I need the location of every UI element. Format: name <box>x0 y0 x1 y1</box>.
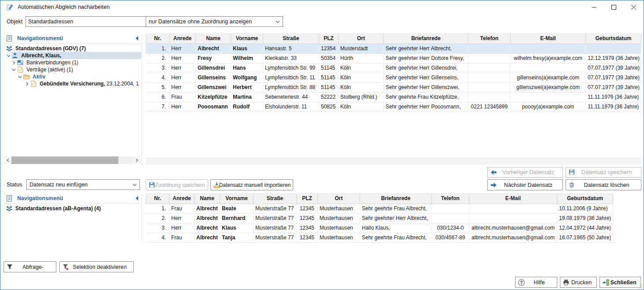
scroll-right-icon[interactable] <box>133 156 140 164</box>
table-cell: albrecht.musterhausen@gmail.com <box>469 233 557 242</box>
column-header[interactable]: Ort <box>339 34 384 44</box>
print-button[interactable]: Drucken <box>560 277 597 288</box>
column-header[interactable]: Geburtsdatum <box>557 194 613 204</box>
column-header[interactable]: Telefon <box>468 34 511 44</box>
column-header[interactable]: Vorname <box>231 34 263 44</box>
maximize-button[interactable] <box>604 0 624 14</box>
save-icon <box>148 181 156 189</box>
table-cell: Frau <box>169 233 195 242</box>
table-header-row: Nr.AnredeNameVornameStraßePLZOrtBriefanr… <box>146 33 641 44</box>
column-header[interactable]: Straße <box>263 34 319 44</box>
column-header[interactable]: Telefon <box>432 194 469 204</box>
table-row[interactable]: 1.HerrAlbrechtKlausHansastr. 512354Muste… <box>146 44 641 54</box>
table-cell: Köln <box>339 63 384 73</box>
help-icon: ? <box>518 279 525 286</box>
table-cell: 1. <box>146 44 169 53</box>
table-cell: Sehr geehrte Frau Kitzelpfütze, <box>384 93 468 102</box>
tree-item[interactable]: Standardadressen (aB-Agenta) (4) <box>4 205 141 212</box>
close-button[interactable] <box>624 0 644 14</box>
table-cell: Sehr geehrter Herr Gillenszwei, <box>384 83 468 92</box>
table-cell: Köln <box>339 102 384 112</box>
collapse-left-icon[interactable] <box>135 196 139 201</box>
table-cell: 12354 <box>319 44 339 53</box>
scrollbar-thumb[interactable] <box>11 156 118 164</box>
abfrage-button[interactable]: Abfrage- <box>4 261 56 272</box>
column-header[interactable]: Briefanrede <box>360 194 432 204</box>
table-row[interactable]: 1.FrauAlbrechtBeateMusterstraße 7712345M… <box>146 204 613 214</box>
table-cell: Albrecht <box>195 214 220 223</box>
tree-item[interactable]: Verträge (aktive) (1) <box>4 66 141 73</box>
chevron-expanded-icon[interactable] <box>17 74 23 79</box>
column-header[interactable]: Anrede <box>169 194 195 204</box>
table-row[interactable]: 5.HerrGillenszweiHerbertLympfensittich S… <box>146 83 641 93</box>
table-cell: 10.11.2006 (9 Jahre) <box>557 204 613 213</box>
filter-select-value: nur Datensätze ohne Zuordnung anzeigen <box>149 19 274 25</box>
arrow-left-icon <box>490 169 497 176</box>
column-header[interactable]: PLZ <box>297 194 318 204</box>
chevron-collapsed-icon[interactable] <box>24 81 30 86</box>
column-header[interactable]: Vorname <box>220 194 254 204</box>
tree-item[interactable]: Aktiv <box>4 73 141 80</box>
table-row[interactable]: 4.HerrGillenseinsWolfgangLympfensittich … <box>146 73 641 83</box>
table-cell: Musterstraße 77 <box>254 204 297 213</box>
table-cell: Beate <box>220 204 254 213</box>
table-row[interactable]: 7.HerrPooosmannRudolfElsholunderstr. 115… <box>146 102 641 112</box>
table-cell: Tanja <box>220 233 254 242</box>
chevron-expanded-icon[interactable] <box>6 53 11 58</box>
column-header[interactable]: Nr. <box>146 34 169 44</box>
table-cell: Martina <box>231 93 263 102</box>
table-cell: Musterstraße 77 <box>254 233 297 242</box>
column-header[interactable]: E-Mail <box>469 194 557 204</box>
tree-item[interactable]: Gebündelte Versicherung, 23.12.2004, 1 <box>4 80 141 87</box>
manual-import-button[interactable]: Datensatz manuell importieren <box>210 179 293 190</box>
chevron-collapsed-icon[interactable] <box>11 60 17 65</box>
table-row[interactable]: 6.FrauKitzelpfützeMartinaSebeneteriestr.… <box>146 93 641 102</box>
table-cell: 51145 <box>319 63 339 73</box>
table-row[interactable]: 2.HerrFresyWilhelmKlerikalstr. 3350354Hü… <box>146 54 641 63</box>
filter-select[interactable]: nur Datensätze ohne Zuordnung anzeigen <box>146 16 283 27</box>
table-cell: poooy(a)example.com <box>511 102 586 112</box>
column-header[interactable]: Straße <box>254 194 297 204</box>
resize-grip[interactable] <box>637 283 643 289</box>
column-header[interactable]: Geburtsdatum <box>586 34 641 44</box>
deactivate-selection-button[interactable]: Selektion deaktivieren <box>59 261 134 272</box>
scroll-left-icon[interactable] <box>4 156 11 164</box>
table-cell: 16.07.1965 (50 Jahre) <box>557 233 613 242</box>
tree-item[interactable]: Albrecht, Klaus, <box>4 52 141 59</box>
table-row[interactable]: 3.HerrAlbrechtKlausMusterstraße 7712345M… <box>146 223 613 233</box>
table-cell: Sehr geehrte Frau Albrecht, <box>360 204 432 213</box>
tree-item[interactable]: Standardadressen (GDV) (7) <box>4 45 141 52</box>
close-dialog-button[interactable]: Schließen <box>600 277 641 288</box>
delete-record-button[interactable]: Datensatz löschen <box>566 179 641 190</box>
column-header[interactable]: E-Mail <box>511 34 586 44</box>
objekt-value: Standardadressen <box>28 19 73 25</box>
tree-item[interactable]: Bankverbindungen (1) <box>4 59 141 66</box>
table-cell: Hansastr. 5 <box>263 44 319 53</box>
table-cell: 11.11.1979 (36 Jahre) <box>586 93 641 102</box>
column-header[interactable]: Briefanrede <box>384 34 468 44</box>
column-header[interactable]: PLZ <box>319 34 339 44</box>
column-header[interactable]: Name <box>196 34 231 44</box>
column-header[interactable]: Nr. <box>146 194 169 204</box>
nav-top-tree: Standardadressen (GDV) (7)Albrecht, Klau… <box>4 44 141 87</box>
table-cell: 50354 <box>319 54 339 63</box>
table-row[interactable]: 3.HerrGillensdreiHansLympfensittich Str.… <box>146 63 641 73</box>
table-header-row: Nr.AnredeNameVornameStraßePLZOrtBriefanr… <box>146 193 613 204</box>
minimize-button[interactable] <box>584 0 604 14</box>
objekt-input[interactable]: Standardadressen <box>26 16 147 27</box>
column-header[interactable]: Anrede <box>169 34 196 44</box>
table-row[interactable]: 4.FrauAlbrechtTanjaMusterstraße 7712345M… <box>146 233 613 243</box>
table-cell: Musterhausen <box>318 214 360 223</box>
column-header[interactable]: Name <box>195 194 220 204</box>
next-record-button[interactable]: Nächster Datensatz <box>487 179 563 190</box>
table-row[interactable]: 2.HerrAlbrechtBernhardMusterstraße 77123… <box>146 214 613 223</box>
chevron-expanded-icon[interactable] <box>11 67 17 72</box>
table-cell: Stolberg (Rhld.) <box>339 93 384 102</box>
folder-icon <box>23 73 30 80</box>
help-button[interactable]: ? Hilfe <box>515 277 557 288</box>
column-header[interactable]: Ort <box>318 194 360 204</box>
collapse-left-icon[interactable] <box>135 36 139 41</box>
status-select[interactable]: Datensatz neu einfügen <box>26 179 140 190</box>
horizontal-scrollbar[interactable] <box>4 156 140 164</box>
table-cell: Herr <box>169 214 195 223</box>
